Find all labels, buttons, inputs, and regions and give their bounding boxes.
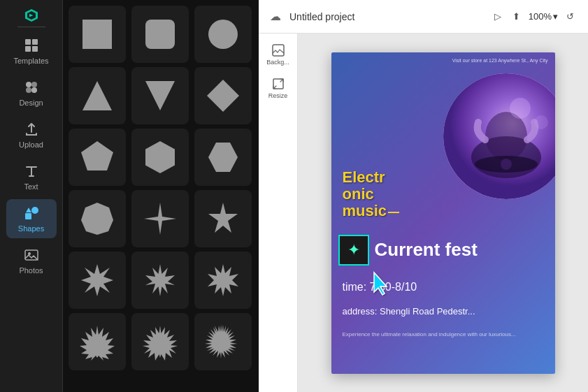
canvas-toolbar: ☁ Untitled project ▷ ⬆ 100% ▾ ↺ bbox=[259, 0, 588, 34]
svg-marker-27 bbox=[80, 326, 115, 361]
dj-image-circle bbox=[443, 73, 555, 199]
canvas-area: ☁ Untitled project ▷ ⬆ 100% ▾ ↺ Backg... bbox=[259, 0, 588, 392]
shape-heptagon[interactable] bbox=[69, 190, 126, 247]
sub-sidebar-background[interactable]: Backg... bbox=[261, 39, 295, 70]
zoom-level: 100% bbox=[529, 11, 552, 22]
canvas-sub-sidebar: Backg... Resize bbox=[259, 34, 298, 392]
footer-text: Experience the ultimate relaxation and i… bbox=[343, 331, 516, 337]
canvas-content: Visit our store at 123 Anywhere St., Any… bbox=[298, 34, 588, 392]
svg-point-4 bbox=[26, 82, 31, 87]
canvas-top-text: Visit our store at 123 Anywhere St., Any… bbox=[452, 58, 548, 63]
svg-marker-20 bbox=[208, 143, 238, 172]
shape-triangle-down[interactable] bbox=[131, 67, 189, 124]
photos-label: Photos bbox=[19, 266, 43, 275]
svg-rect-8 bbox=[25, 213, 31, 219]
svg-marker-21 bbox=[81, 203, 113, 235]
shape-star-4[interactable] bbox=[131, 190, 189, 247]
undo-button[interactable]: ↺ bbox=[564, 8, 577, 24]
address-row: address: Shengli Road Pedestr... bbox=[343, 306, 475, 317]
sidebar-item-photos[interactable]: Photos bbox=[6, 241, 57, 280]
resize-label: Resize bbox=[268, 92, 288, 99]
photos-icon bbox=[23, 247, 40, 263]
svg-marker-17 bbox=[207, 80, 239, 112]
shape-starburst[interactable] bbox=[194, 313, 252, 370]
templates-icon bbox=[23, 37, 40, 54]
svg-marker-29 bbox=[205, 325, 237, 358]
svg-marker-28 bbox=[143, 326, 178, 361]
play-button[interactable]: ▷ bbox=[492, 8, 504, 24]
sidebar-item-shapes[interactable]: Shapes bbox=[6, 199, 57, 238]
svg-point-14 bbox=[208, 20, 238, 49]
electro-text: Electronicmusic bbox=[343, 169, 400, 220]
svg-rect-3 bbox=[32, 46, 38, 52]
svg-rect-13 bbox=[145, 20, 175, 49]
design-label: Design bbox=[19, 99, 43, 107]
shape-star-6[interactable] bbox=[69, 252, 126, 309]
upload-icon bbox=[23, 121, 40, 138]
shape-pentagon[interactable] bbox=[69, 129, 126, 186]
svg-marker-26 bbox=[208, 264, 238, 296]
svg-rect-30 bbox=[273, 45, 284, 56]
svg-point-38 bbox=[534, 115, 548, 129]
design-icon bbox=[23, 79, 40, 96]
svg-point-7 bbox=[31, 87, 37, 93]
cloud-icon: ☁ bbox=[270, 10, 281, 23]
shape-diamond[interactable] bbox=[194, 67, 252, 124]
sidebar-item-templates[interactable]: Templates bbox=[6, 31, 57, 71]
shapes-grid bbox=[63, 0, 259, 376]
svg-marker-16 bbox=[145, 81, 175, 110]
shape-circle[interactable] bbox=[194, 6, 252, 63]
shape-star-10[interactable] bbox=[69, 313, 126, 370]
upload-label: Upload bbox=[19, 140, 43, 149]
svg-rect-12 bbox=[83, 20, 112, 49]
svg-rect-1 bbox=[32, 39, 38, 45]
svg-point-5 bbox=[31, 82, 37, 87]
current-fest-row: ✦ Current fest bbox=[338, 235, 555, 266]
sub-sidebar-resize[interactable]: Resize bbox=[261, 73, 295, 103]
background-label: Backg... bbox=[266, 59, 289, 66]
design-canvas: Visit our store at 123 Anywhere St., Any… bbox=[331, 52, 555, 374]
shape-square[interactable] bbox=[69, 6, 126, 63]
text-label: Text bbox=[24, 182, 38, 191]
svg-point-37 bbox=[510, 98, 531, 119]
app-logo bbox=[23, 7, 40, 24]
svg-rect-0 bbox=[25, 39, 31, 45]
templates-label: Templates bbox=[13, 57, 48, 65]
shape-hexagon-flat[interactable] bbox=[194, 129, 252, 186]
shape-star-8b[interactable] bbox=[194, 252, 252, 309]
shape-star-8a[interactable] bbox=[131, 252, 189, 309]
time-row: time: 7/30-8/10 bbox=[343, 281, 417, 293]
zoom-control[interactable]: 100% ▾ bbox=[529, 11, 558, 22]
svg-point-6 bbox=[26, 87, 31, 93]
svg-rect-2 bbox=[25, 46, 31, 52]
svg-marker-24 bbox=[81, 264, 113, 296]
left-sidebar: Templates Design Upload Text bbox=[0, 0, 63, 392]
share-button[interactable]: ⬆ bbox=[510, 8, 523, 24]
shape-triangle-up[interactable] bbox=[69, 67, 126, 124]
svg-marker-18 bbox=[81, 141, 113, 170]
toolbar-actions: ▷ ⬆ 100% ▾ ↺ bbox=[492, 8, 577, 24]
sidebar-item-text[interactable]: Text bbox=[6, 157, 57, 196]
shapes-icon bbox=[23, 205, 40, 222]
shapes-label: Shapes bbox=[18, 224, 44, 233]
shapes-panel bbox=[63, 0, 259, 392]
sidebar-divider bbox=[17, 27, 45, 27]
shape-hexagon[interactable] bbox=[131, 129, 189, 186]
svg-point-34 bbox=[485, 112, 527, 161]
canvas-body: Backg... Resize Visit our store at 123 A… bbox=[259, 34, 588, 392]
svg-marker-23 bbox=[208, 203, 238, 233]
fest-title: Current fest bbox=[375, 239, 478, 261]
sidebar-item-design[interactable]: Design bbox=[6, 73, 57, 112]
shape-rounded-square[interactable] bbox=[131, 6, 189, 63]
svg-marker-19 bbox=[145, 141, 175, 173]
svg-point-9 bbox=[31, 207, 38, 214]
sidebar-item-upload[interactable]: Upload bbox=[6, 115, 57, 154]
zoom-chevron: ▾ bbox=[553, 11, 558, 22]
svg-point-36 bbox=[501, 159, 512, 170]
project-title: Untitled project bbox=[289, 11, 483, 22]
svg-marker-25 bbox=[145, 264, 175, 296]
shape-star-12[interactable] bbox=[131, 313, 189, 370]
star-diamond-icon: ✦ bbox=[338, 235, 369, 266]
svg-marker-15 bbox=[83, 81, 112, 110]
shape-star-5[interactable] bbox=[194, 190, 252, 247]
